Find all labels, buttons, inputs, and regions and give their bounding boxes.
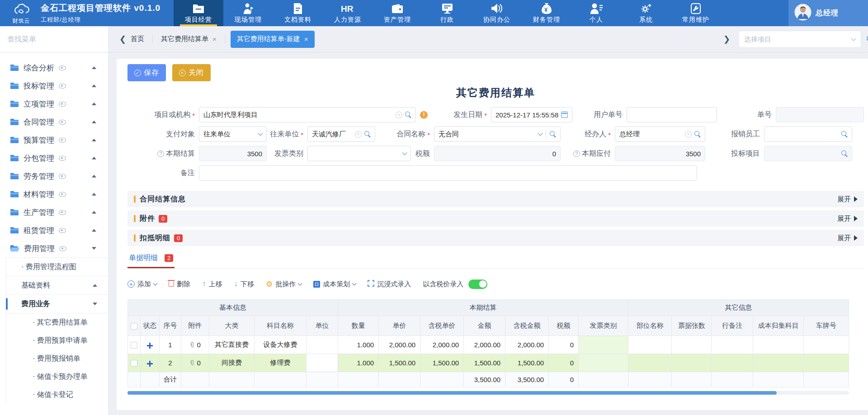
search-icon[interactable] bbox=[841, 150, 848, 157]
cell-plate[interactable] bbox=[804, 354, 849, 372]
user-avatar-icon[interactable] bbox=[794, 4, 811, 23]
cell-price[interactable]: 1,500.00 bbox=[379, 354, 420, 372]
delete-row-button[interactable]: 删除 bbox=[169, 280, 190, 289]
cell-qty[interactable]: 1.000 bbox=[338, 354, 379, 372]
cell-amount_tax[interactable]: 2,000.00 bbox=[505, 336, 549, 354]
cell-checkbox[interactable] bbox=[128, 336, 141, 354]
expand-button[interactable]: 展开 bbox=[837, 195, 858, 204]
tab-其它费用结算单-新建[interactable]: 其它费用结算单-新建× bbox=[231, 31, 315, 48]
cell-plate[interactable] bbox=[804, 336, 849, 354]
project-picker-input[interactable] bbox=[744, 35, 852, 43]
close-icon[interactable]: × bbox=[304, 35, 308, 43]
cell-seq[interactable]: 2 bbox=[160, 354, 181, 372]
cell-tickets[interactable] bbox=[672, 354, 712, 372]
search-icon[interactable] bbox=[364, 131, 371, 137]
triangle-up-icon[interactable] bbox=[92, 139, 96, 141]
sidebar-item-综合分析[interactable]: 综合分析 bbox=[0, 59, 108, 77]
sidebar-item-材料管理[interactable]: 材料管理 bbox=[0, 185, 108, 203]
nav-item-人力资源[interactable]: HR人力资源 bbox=[323, 0, 373, 26]
move-down-button[interactable]: ↓ 下移 bbox=[234, 280, 255, 289]
immersive-entry-button[interactable]: 沉浸式录入 bbox=[368, 280, 411, 289]
sidebar-item-费用预报销单[interactable]: · 费用预报销单 bbox=[6, 350, 108, 368]
cell-price_tax[interactable]: 2,000.00 bbox=[420, 336, 464, 354]
cell-category[interactable]: 其它直接费 bbox=[209, 336, 255, 354]
cell-price[interactable]: 2,000.00 bbox=[379, 336, 420, 354]
triangle-up-icon[interactable] bbox=[92, 211, 96, 214]
chevron-left-icon[interactable]: ❮ bbox=[118, 34, 128, 44]
nav-item-项目经营[interactable]: 项目经营 bbox=[174, 0, 223, 26]
triangle-up-icon[interactable] bbox=[92, 66, 96, 69]
field-单号[interactable] bbox=[776, 107, 864, 122]
move-up-button[interactable]: ↑ 上移 bbox=[202, 280, 222, 289]
toggle-on-icon[interactable] bbox=[468, 280, 487, 289]
clear-icon[interactable]: × bbox=[685, 131, 692, 138]
row-checkbox[interactable] bbox=[131, 342, 137, 349]
field-本期应付[interactable]: 3500 bbox=[615, 146, 705, 161]
project-picker[interactable] bbox=[738, 31, 861, 48]
sidebar-item-其它费用结算单[interactable]: · 其它费用结算单 bbox=[6, 313, 108, 331]
cell-checkbox[interactable] bbox=[128, 354, 141, 372]
sidebar-item-劳务管理[interactable]: 劳务管理 bbox=[0, 167, 108, 185]
nav-item-现场管理[interactable]: 现场管理 bbox=[223, 0, 273, 26]
sidebar-item-预算管理[interactable]: 预算管理 bbox=[0, 131, 108, 149]
nav-item-文档资料[interactable]: 文档资料 bbox=[273, 0, 323, 26]
field-发票类别[interactable] bbox=[307, 146, 411, 161]
sidebar-item-投标管理[interactable]: 投标管理 bbox=[0, 77, 108, 95]
clear-icon[interactable]: × bbox=[396, 112, 402, 118]
field-用户单号[interactable] bbox=[627, 107, 717, 122]
sidebar-item-费用业务[interactable]: 费用业务 bbox=[6, 295, 108, 313]
eye-icon[interactable] bbox=[59, 84, 66, 89]
eye-icon[interactable] bbox=[59, 174, 66, 179]
user-area[interactable]: 总经理 bbox=[788, 0, 868, 26]
cell-amount_tax[interactable]: 1,500.00 bbox=[505, 354, 549, 372]
cell-qty[interactable]: 1.000 bbox=[338, 336, 379, 354]
search-icon[interactable] bbox=[841, 131, 848, 137]
sidebar-item-基础资料[interactable]: 基础资料 bbox=[6, 276, 108, 295]
search-icon[interactable] bbox=[550, 131, 556, 137]
triangle-up-icon[interactable] bbox=[92, 121, 96, 123]
triangle-up-icon[interactable] bbox=[92, 229, 96, 232]
expand-button[interactable]: 展开 bbox=[837, 234, 858, 242]
field-报销员工[interactable] bbox=[764, 126, 852, 142]
cell-part[interactable] bbox=[628, 336, 672, 354]
cell-note[interactable] bbox=[712, 336, 753, 354]
triangle-down-icon[interactable] bbox=[92, 247, 96, 250]
cell-price_tax[interactable]: 1,500.00 bbox=[420, 354, 464, 372]
clear-icon[interactable]: × bbox=[355, 131, 362, 138]
cell-amount[interactable]: 1,500.00 bbox=[464, 354, 505, 372]
cell-invoice_type[interactable] bbox=[579, 354, 628, 372]
cell-status[interactable] bbox=[141, 354, 160, 372]
nav-item-资产管理[interactable]: 资产管理 bbox=[373, 0, 422, 26]
cell-attach[interactable]: 0 bbox=[181, 336, 209, 354]
sidebar-item-费用预算申请单[interactable]: · 费用预算申请单 bbox=[6, 331, 108, 350]
cell-note[interactable] bbox=[712, 354, 753, 372]
field-税额[interactable]: 0 bbox=[434, 146, 561, 161]
add-row-button[interactable]: + 添加 bbox=[127, 280, 157, 289]
eye-icon[interactable] bbox=[59, 246, 66, 251]
search-icon[interactable] bbox=[405, 112, 411, 118]
cell-subject[interactable]: 修理费 bbox=[255, 354, 307, 372]
plus-status-icon[interactable] bbox=[147, 343, 153, 349]
close-icon[interactable]: × bbox=[212, 35, 217, 43]
chevron-down-icon[interactable] bbox=[538, 131, 542, 135]
triangle-down-icon[interactable] bbox=[93, 303, 97, 305]
tax-inclusive-toggle[interactable]: 以含税价录入 bbox=[423, 280, 487, 289]
chevron-down-icon[interactable] bbox=[402, 150, 407, 155]
triangle-up-icon[interactable] bbox=[93, 284, 97, 287]
help-icon[interactable]: ? bbox=[573, 150, 580, 157]
menu-search-input[interactable] bbox=[7, 35, 101, 43]
field-合同名称[interactable]: 无合同 bbox=[434, 126, 561, 142]
cell-unit[interactable] bbox=[307, 354, 338, 372]
cell-category[interactable]: 间接费 bbox=[209, 354, 255, 372]
calendar-icon[interactable] bbox=[561, 112, 568, 118]
eye-icon[interactable] bbox=[59, 120, 66, 125]
nav-item-财务管理[interactable]: ¥财务管理 bbox=[522, 0, 571, 26]
sidebar-item-储值卡预办理单[interactable]: · 储值卡预办理单 bbox=[6, 368, 108, 386]
eye-icon[interactable] bbox=[59, 65, 66, 70]
field-发生日期[interactable]: 2025-12-17 15:55:58 bbox=[491, 107, 572, 122]
nav-item-个人[interactable]: 个人 bbox=[571, 0, 621, 26]
sidebar-item-分包管理[interactable]: 分包管理 bbox=[0, 149, 108, 167]
sidebar-item-租赁管理[interactable]: 租赁管理 bbox=[0, 221, 108, 239]
eye-icon[interactable] bbox=[59, 228, 66, 233]
eye-icon[interactable] bbox=[59, 102, 66, 107]
